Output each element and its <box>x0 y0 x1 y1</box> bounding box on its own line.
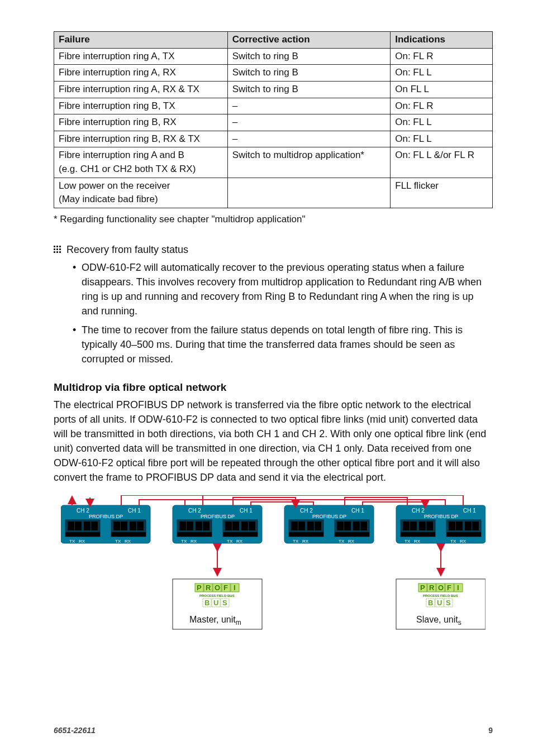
cell-failure: Low power on the receiver(May indicate b… <box>54 178 228 208</box>
failure-table-body: Fibre interruption ring A, TXSwitch to r… <box>54 48 493 208</box>
cell-action: Switch to ring B <box>227 48 391 65</box>
master-label: Master, unit <box>189 615 236 624</box>
diagram-container: CH 2 CH 1 PROFIBUS DP TX RX <box>54 495 493 657</box>
table-row: Fibre interruption ring A, TXSwitch to r… <box>54 48 493 65</box>
table-row: Fibre interruption ring B, TX–On: FL R <box>54 98 493 114</box>
cell-failure: Fibre interruption ring A, TX <box>54 48 228 65</box>
cell-indications: On: FL R <box>391 98 493 114</box>
cell-indications: On: FL L <box>391 114 493 131</box>
cell-action: – <box>227 131 391 147</box>
cell-indications: On: FL R <box>391 48 493 65</box>
table-footnote: * Regarding functionality see chapter "m… <box>54 213 493 227</box>
th-action: Corrective action <box>227 32 391 49</box>
table-row: Fibre interruption ring A, RXSwitch to r… <box>54 65 493 82</box>
cell-indications: On: FL L <box>391 65 493 82</box>
cell-action: Switch to multidrop application* <box>227 147 391 178</box>
table-row: Fibre interruption ring B, RX & TX–On: F… <box>54 131 493 147</box>
failure-table: Failure Corrective action Indications Fi… <box>54 31 493 208</box>
slave-label: Slave, unit <box>416 615 458 624</box>
recovery-title: Recovery from faulty status <box>66 242 188 257</box>
recovery-heading-row: Recovery from faulty status <box>54 242 493 257</box>
th-indications: Indications <box>391 32 493 49</box>
master-sub: m <box>236 619 241 626</box>
doc-number: 6651-22611 <box>54 725 96 736</box>
table-row: Low power on the receiver(May indicate b… <box>54 178 493 208</box>
multidrop-body: The electrical PROFIBUS DP network is tr… <box>54 398 493 485</box>
cell-indications: On: FL L <box>391 131 493 147</box>
table-row: Fibre interruption ring A and B(e.g. CH1… <box>54 147 493 178</box>
network-diagram: CH 2 CH 1 PROFIBUS DP TX RX <box>61 495 486 657</box>
dots-icon <box>54 246 61 253</box>
cell-indications: On: FL L &/or FL R <box>391 147 493 178</box>
table-row: Fibre interruption ring A, RX & TXSwitch… <box>54 81 493 98</box>
cell-indications: On FL L <box>391 81 493 98</box>
cell-action: Switch to ring B <box>227 81 391 98</box>
cell-failure: Fibre interruption ring A, RX & TX <box>54 81 228 98</box>
th-failure: Failure <box>54 32 228 49</box>
cell-action <box>227 178 391 208</box>
slave-sub: s <box>458 619 461 626</box>
cell-failure: Fibre interruption ring B, TX <box>54 98 228 114</box>
recovery-item: The time to recover from the failure sta… <box>73 323 493 366</box>
recovery-item: ODW-610-F2 will automatically recover to… <box>73 260 493 318</box>
cell-action: – <box>227 114 391 131</box>
cell-action: – <box>227 98 391 114</box>
cell-failure: Fibre interruption ring B, RX <box>54 114 228 131</box>
cell-failure: Fibre interruption ring A, RX <box>54 65 228 82</box>
cell-failure: Fibre interruption ring B, RX & TX <box>54 131 228 147</box>
page-number: 9 <box>488 725 493 736</box>
cell-action: Switch to ring B <box>227 65 391 82</box>
cell-failure: Fibre interruption ring A and B(e.g. CH1… <box>54 147 228 178</box>
page-footer: 6651-22611 9 <box>54 725 493 736</box>
table-row: Fibre interruption ring B, RX–On: FL L <box>54 114 493 131</box>
multidrop-heading: Multidrop via fibre optical network <box>54 380 493 395</box>
recovery-list: ODW-610-F2 will automatically recover to… <box>54 260 493 367</box>
cell-indications: FLL flicker <box>391 178 493 208</box>
